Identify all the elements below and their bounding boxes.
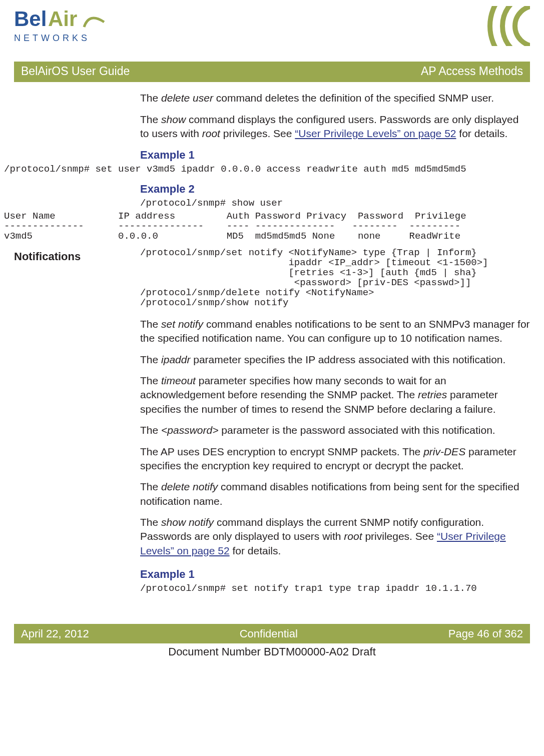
section-title: AP Access Methods bbox=[421, 64, 523, 79]
svg-point-7 bbox=[515, 6, 530, 46]
paragraph: The timeout parameter specifies how many… bbox=[140, 374, 530, 416]
svg-text:Air: Air bbox=[48, 7, 77, 31]
code-output: User Name IP address Auth Password Priva… bbox=[4, 212, 540, 242]
brand-logo: Bel Air NETWORKS bbox=[14, 6, 109, 50]
example-heading: Example 1 bbox=[140, 148, 524, 163]
paragraph: The show command displays the configured… bbox=[140, 113, 524, 141]
svg-text:NETWORKS: NETWORKS bbox=[14, 33, 90, 43]
syntax-block: /protocol/snmp/set notify <NotifyName> t… bbox=[140, 248, 530, 308]
code-block: /protocol/snmp# show user bbox=[140, 199, 524, 209]
paragraph: The delete user command deletes the defi… bbox=[140, 91, 524, 105]
doc-number: Document Number BDTM00000-A02 Draft bbox=[0, 644, 544, 659]
paragraph: The delete notify command disables notif… bbox=[140, 480, 530, 508]
footer-confidential: Confidential bbox=[240, 626, 298, 641]
footer-date: April 22, 2012 bbox=[21, 626, 89, 641]
code-block: /protocol/snmp# set user v3md5 ipaddr 0.… bbox=[4, 165, 540, 175]
footer-page: Page 46 of 362 bbox=[448, 626, 523, 641]
xref-link[interactable]: “User Privilege Levels” on page 52 bbox=[295, 128, 456, 139]
code-block: /protocol/snmp# set notify trap1 type tr… bbox=[140, 584, 530, 594]
title-bar: BelAirOS User Guide AP Access Methods bbox=[14, 62, 530, 82]
decorative-arc-icon bbox=[430, 6, 530, 46]
svg-text:Bel: Bel bbox=[14, 7, 47, 31]
paragraph: The set notify command enables notificat… bbox=[140, 317, 530, 346]
example-heading: Example 1 bbox=[140, 567, 530, 582]
paragraph: The ipaddr parameter specifies the IP ad… bbox=[140, 353, 530, 367]
paragraph: The AP uses DES encryption to encrypt SN… bbox=[140, 445, 530, 473]
example-heading: Example 2 bbox=[140, 182, 524, 197]
paragraph: The show notify command displays the cur… bbox=[140, 515, 530, 558]
doc-title: BelAirOS User Guide bbox=[21, 64, 130, 79]
paragraph: The <password> parameter is the password… bbox=[140, 423, 530, 437]
footer-bar: April 22, 2012 Confidential Page 46 of 3… bbox=[14, 624, 530, 644]
side-heading: Notifications bbox=[14, 248, 140, 264]
